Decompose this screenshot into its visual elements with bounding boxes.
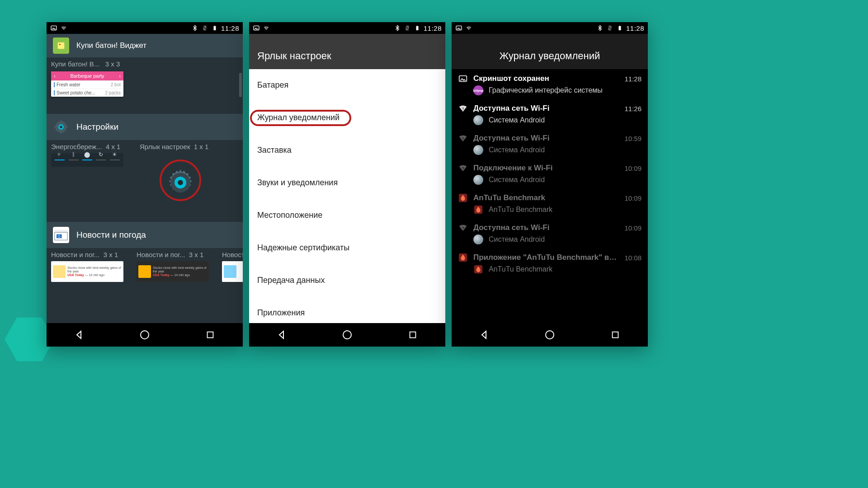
list-item[interactable]: AnTuTu Benchmark10:09AnTuTu Benchmark xyxy=(452,188,648,218)
section-header-buybaton[interactable]: Купи батон! Виджет xyxy=(47,34,243,57)
wifi-question-icon: ? xyxy=(263,24,270,32)
widget-news-1[interactable]: Новости и пог... 3 x 1 Stocks close with… xyxy=(51,251,130,282)
image-icon xyxy=(253,24,260,32)
scroll-thumb[interactable] xyxy=(239,73,242,97)
svg-point-10 xyxy=(60,126,62,128)
notif-title: Скриншот сохранен xyxy=(473,74,619,83)
no-sim-icon xyxy=(201,24,208,32)
phone-2: ? 11:28 Ярлык настроек Батарея Журнал ув… xyxy=(249,22,445,347)
list-item-daydream[interactable]: Заставка xyxy=(249,134,445,167)
bluetooth-icon xyxy=(596,24,604,32)
list-item-data-usage[interactable]: Передача данных xyxy=(249,264,445,297)
app-bar: Журнал уведомлений xyxy=(452,34,648,69)
notif-subtitle: Система Android xyxy=(489,116,545,124)
svg-text:?: ? xyxy=(462,136,464,141)
widget-news-2[interactable]: Новости и пог... 3 x 1 Stocks close with… xyxy=(137,251,216,282)
location-icon: ⬤ xyxy=(82,151,92,158)
image-icon xyxy=(50,24,57,32)
gear-icon xyxy=(165,167,196,198)
list-item[interactable]: ?Подключение к Wi-Fi10:09Система Android xyxy=(452,159,648,188)
battery-icon xyxy=(211,24,218,32)
list-item-battery[interactable]: Батарея xyxy=(249,69,445,102)
svg-point-30 xyxy=(343,331,351,339)
list-item[interactable]: Приложение "AnTuTu Benchmark" выпол...10… xyxy=(452,248,648,278)
notif-time: 10:08 xyxy=(624,254,642,262)
app-icon xyxy=(473,175,483,185)
phone-1: ? 11:28 Купи батон! Виджет Купи батон! В… xyxy=(47,22,243,347)
clock: 11:28 xyxy=(221,24,239,32)
recents-button[interactable] xyxy=(406,328,419,341)
back-button[interactable] xyxy=(73,328,85,341)
svg-text:G: G xyxy=(57,234,61,239)
back-button[interactable] xyxy=(478,328,491,341)
svg-text:?: ? xyxy=(462,107,464,111)
home-button[interactable] xyxy=(138,328,151,341)
section-header-settings[interactable]: Настройки xyxy=(47,114,243,140)
notif-title: Приложение "AnTuTu Benchmark" выпол... xyxy=(473,253,619,262)
svg-rect-6 xyxy=(58,42,65,49)
svg-text:?: ? xyxy=(462,226,464,230)
svg-rect-4 xyxy=(213,26,216,30)
notif-time: 10:09 xyxy=(624,194,642,202)
svg-text:?: ? xyxy=(462,166,464,171)
app-icon: lolipop xyxy=(473,85,483,95)
list-item[interactable]: ?Доступна сеть Wi-Fi10:59Система Android xyxy=(452,129,648,159)
notif-time: 11:28 xyxy=(624,75,642,83)
image-icon xyxy=(458,74,468,84)
notif-title: Подключение к Wi-Fi xyxy=(473,164,619,173)
widget-news-3[interactable]: Новост xyxy=(222,251,243,282)
notif-title: Доступна сеть Wi-Fi xyxy=(473,134,619,143)
notif-subtitle: AnTuTu Benchmark xyxy=(489,206,552,214)
nav-bar xyxy=(249,323,445,347)
bluetooth-icon xyxy=(191,24,198,32)
svg-rect-13 xyxy=(54,127,56,128)
list-item-notif-log[interactable]: Журнал уведомлений xyxy=(249,102,445,134)
stage: ? 11:28 Купи батон! Виджет Купи батон! В… xyxy=(0,0,694,369)
svg-text:?: ? xyxy=(63,27,65,30)
recents-button[interactable] xyxy=(204,328,217,341)
page-title: Ярлык настроек xyxy=(257,50,331,62)
bluetooth-icon: ᛒ xyxy=(69,151,79,158)
app-icon xyxy=(473,145,483,155)
page-title: Журнал уведомлений xyxy=(500,50,600,62)
list-item[interactable]: ?Доступна сеть Wi-Fi11:26Система Android xyxy=(452,99,648,129)
home-button[interactable] xyxy=(543,328,556,341)
svg-point-17 xyxy=(178,180,183,185)
home-button[interactable] xyxy=(341,328,354,341)
notif-subtitle: Система Android xyxy=(489,146,545,154)
app-icon xyxy=(473,235,483,244)
svg-rect-48 xyxy=(612,332,618,338)
widget-buybaton-preview[interactable]: Barbeque party Fresh water2 bot Sweet po… xyxy=(51,71,123,97)
list-item[interactable]: ?Доступна сеть Wi-Fi10:09Система Android xyxy=(452,218,648,248)
recents-button[interactable] xyxy=(609,328,622,341)
list-item-sound[interactable]: Звуки и уведомления xyxy=(249,167,445,199)
list-item[interactable]: Скриншот сохранен11:28lolipopГрафический… xyxy=(452,69,648,99)
no-sim-icon xyxy=(404,24,411,32)
list-item-apps[interactable]: Приложения xyxy=(249,297,445,323)
news-app-icon: G xyxy=(53,227,69,243)
widget-picker[interactable]: Купи батон! Виджет Купи батон! В... 3 x … xyxy=(47,34,243,323)
back-button[interactable] xyxy=(275,328,288,341)
svg-rect-29 xyxy=(417,26,418,26)
notif-title: AnTuTu Benchmark xyxy=(473,193,619,202)
wifi-q-icon: ? xyxy=(458,103,468,113)
widget-settings-shortcut[interactable]: Ярлык настроек 1 x 1 xyxy=(140,143,221,212)
wifi-question-icon: ? xyxy=(60,24,67,32)
widget-power-saving[interactable]: Энергосбереж... 4 x 1 ᯤ ᛒ ⬤ ↻ ☀ xyxy=(51,143,132,212)
section-title: Настройки xyxy=(76,122,118,132)
settings-list[interactable]: Батарея Журнал уведомлений Заставка Звук… xyxy=(249,69,445,323)
notif-subtitle: Система Android xyxy=(489,176,545,184)
notification-list[interactable]: Скриншот сохранен11:28lolipopГрафический… xyxy=(452,69,648,323)
svg-rect-28 xyxy=(416,26,418,30)
section-header-news[interactable]: G Новости и погода xyxy=(47,222,243,248)
battery-icon xyxy=(414,24,421,32)
list-item-trusted-certs[interactable]: Надежные сертификаты xyxy=(249,232,445,264)
app-icon xyxy=(473,264,483,274)
list-item-location[interactable]: Местоположение xyxy=(249,199,445,232)
svg-rect-38 xyxy=(459,76,467,82)
phone-3: ? 11:28 Журнал уведомлений Скриншот сохр… xyxy=(452,22,648,347)
bluetooth-icon xyxy=(394,24,401,32)
wifi-icon: ᯤ xyxy=(55,151,65,158)
nav-bar xyxy=(47,323,243,347)
section-title: Купи батон! Виджет xyxy=(76,41,146,50)
